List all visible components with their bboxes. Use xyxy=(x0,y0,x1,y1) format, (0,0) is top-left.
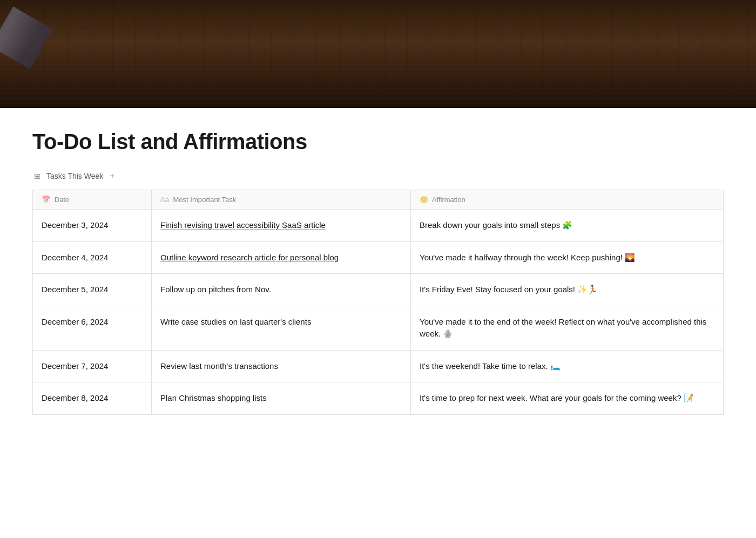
task-cell[interactable]: Follow up on pitches from Nov. xyxy=(152,274,411,306)
affirmation-cell: It's time to prep for next week. What ar… xyxy=(411,382,724,415)
task-cell[interactable]: Outline keyword research article for per… xyxy=(152,241,411,274)
tasks-table: 📅 Date Aa Most Important Task 🙂 Affirmat… xyxy=(32,190,724,415)
date-icon: 📅 xyxy=(42,196,50,204)
col-header-task: Aa Most Important Task xyxy=(152,190,411,210)
affirmation-cell: It's Friday Eve! Stay focused on your go… xyxy=(411,274,724,306)
date-cell: December 8, 2024 xyxy=(33,382,152,415)
task-cell[interactable]: Finish revising travel accessibility Saa… xyxy=(152,210,411,242)
date-cell: December 4, 2024 xyxy=(33,241,152,274)
text-icon: Aa xyxy=(160,196,169,204)
table-row: December 5, 2024Follow up on pitches fro… xyxy=(33,274,724,306)
table-icon: ⊞ xyxy=(32,171,42,181)
task-cell[interactable]: Plan Christmas shopping lists xyxy=(152,382,411,415)
table-header-row: 📅 Date Aa Most Important Task 🙂 Affirmat… xyxy=(33,190,724,210)
date-cell: December 6, 2024 xyxy=(33,306,152,350)
affirmation-cell: You've made it halfway through the week!… xyxy=(411,241,724,274)
table-row: December 8, 2024Plan Christmas shopping … xyxy=(33,382,724,415)
date-cell: December 3, 2024 xyxy=(33,210,152,242)
section-header: ⊞ Tasks This Week + xyxy=(32,171,724,181)
table-row: December 4, 2024Outline keyword research… xyxy=(33,241,724,274)
affirmation-cell: You've made it to the end of the week! R… xyxy=(411,306,724,350)
table-row: December 7, 2024Review last month's tran… xyxy=(33,350,724,382)
table-row: December 6, 2024Write case studies on la… xyxy=(33,306,724,350)
table-row: December 3, 2024Finish revising travel a… xyxy=(33,210,724,242)
col-header-date: 📅 Date xyxy=(33,190,152,210)
header-image xyxy=(0,0,756,108)
section-title: Tasks This Week xyxy=(46,172,103,180)
affirmation-cell: Break down your goals into small steps 🧩 xyxy=(411,210,724,242)
page-title: To-Do List and Affirmations xyxy=(32,130,724,154)
col-header-affirmation: 🙂 Affirmation xyxy=(411,190,724,210)
task-cell[interactable]: Write case studies on last quarter's cli… xyxy=(152,306,411,350)
affirmation-cell: It's the weekend! Take time to relax. 🛏️ xyxy=(411,350,724,382)
date-cell: December 7, 2024 xyxy=(33,350,152,382)
date-cell: December 5, 2024 xyxy=(33,274,152,306)
task-cell[interactable]: Review last month's transactions xyxy=(152,350,411,382)
add-row-button[interactable]: + xyxy=(107,171,117,181)
smile-icon: 🙂 xyxy=(420,196,428,204)
